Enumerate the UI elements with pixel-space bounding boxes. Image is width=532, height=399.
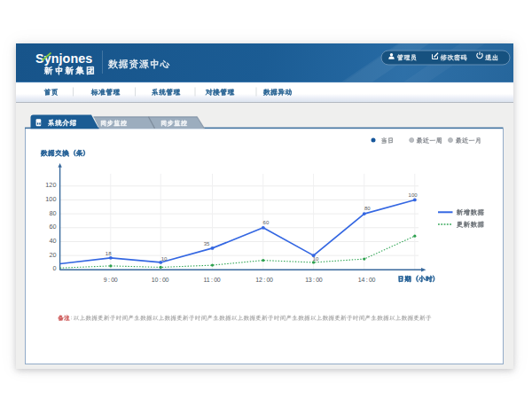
svg-text:20: 20 xyxy=(49,251,56,259)
svg-text:100: 100 xyxy=(409,192,419,198)
svg-text:9 : 00: 9 : 00 xyxy=(104,277,118,283)
svg-text:10 : 00: 10 : 00 xyxy=(152,277,169,283)
svg-text:40: 40 xyxy=(49,237,56,245)
svg-text:60: 60 xyxy=(263,220,270,225)
svg-text:10: 10 xyxy=(161,256,168,262)
svg-text:13 : 00: 13 : 00 xyxy=(305,277,323,283)
svg-text:14 : 00: 14 : 00 xyxy=(358,277,376,283)
svg-text:80: 80 xyxy=(49,209,56,217)
svg-text:100: 100 xyxy=(45,195,56,203)
svg-text:35: 35 xyxy=(204,241,210,246)
svg-text:120: 120 xyxy=(45,181,56,189)
svg-text:80: 80 xyxy=(364,206,371,211)
svg-text:18: 18 xyxy=(106,251,112,256)
svg-text:0: 0 xyxy=(52,264,56,272)
svg-text:60: 60 xyxy=(49,223,56,231)
svg-text:11 : 00: 11 : 00 xyxy=(204,277,221,283)
svg-text:10: 10 xyxy=(313,256,319,262)
svg-text:12 : 00: 12 : 00 xyxy=(255,277,273,283)
